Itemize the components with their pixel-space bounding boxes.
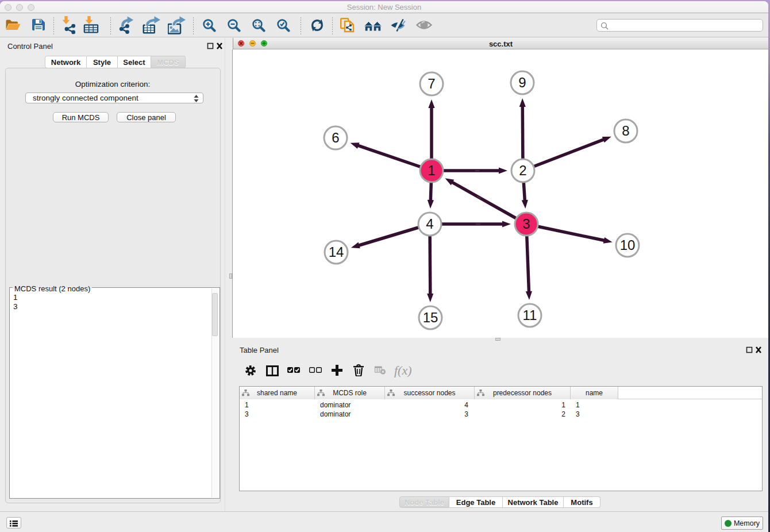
svg-text:9: 9: [518, 75, 526, 90]
svg-text:15: 15: [423, 310, 438, 325]
svg-text:3: 3: [522, 216, 530, 232]
svg-text:14: 14: [329, 244, 344, 260]
svg-text:10: 10: [620, 237, 636, 253]
svg-text:2: 2: [519, 163, 526, 178]
svg-text:7: 7: [428, 76, 435, 91]
svg-text:11: 11: [523, 307, 537, 323]
svg-text:4: 4: [426, 216, 433, 232]
svg-text:1: 1: [428, 163, 435, 178]
svg-text:6: 6: [332, 130, 339, 145]
svg-text:8: 8: [622, 123, 629, 138]
